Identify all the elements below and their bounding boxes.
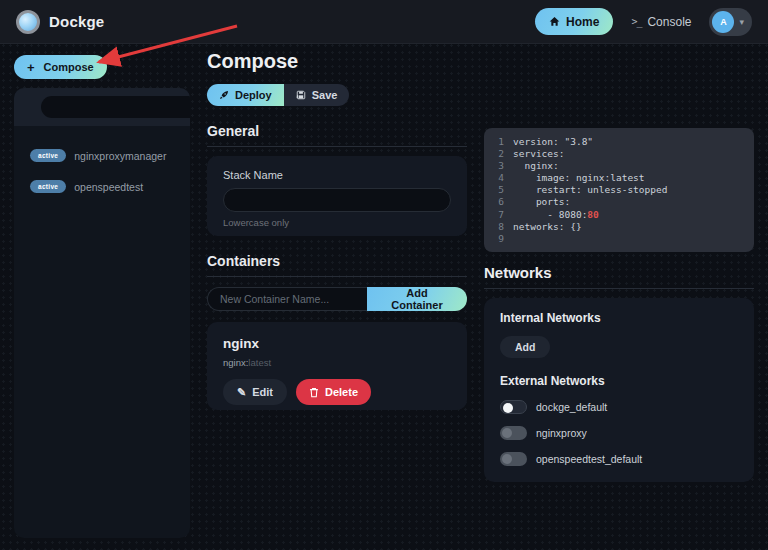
stack-name: openspeedtest [74, 181, 143, 193]
add-container-row: Add Container [207, 287, 467, 311]
save-icon [296, 90, 306, 100]
dockge-logo-icon [16, 10, 40, 34]
stack-name-label: Stack Name [223, 169, 451, 181]
app-title: Dockge [49, 13, 104, 30]
compose-right-panel: 1version: "3.8" 2services: 3 nginx: 4 im… [484, 128, 754, 482]
navbar: Dockge Home >_ Console A ▾ [0, 0, 768, 44]
search-input[interactable] [41, 96, 190, 118]
home-button[interactable]: Home [535, 8, 613, 35]
code-line: 9 [494, 233, 744, 245]
network-toggle[interactable] [500, 400, 527, 414]
console-link-label: Console [647, 15, 691, 29]
terminal-icon: >_ [631, 16, 641, 27]
compose-button[interactable]: + Compose [14, 55, 107, 79]
add-container-button[interactable]: Add Container [367, 287, 467, 311]
networks-heading: Networks [484, 264, 754, 289]
status-badge: active [30, 149, 66, 162]
code-line: 3 nginx: [494, 160, 744, 172]
external-networks-heading: External Networks [500, 374, 738, 388]
delete-button[interactable]: Delete [296, 379, 371, 405]
code-line: 2services: [494, 148, 744, 160]
stack-search-row [14, 88, 190, 126]
new-container-input[interactable] [207, 287, 367, 311]
avatar: A [712, 11, 734, 33]
internal-networks-heading: Internal Networks [500, 311, 738, 325]
container-actions: ✎ Edit Delete [223, 379, 451, 405]
stack-list: active nginxproxymanager active openspee… [14, 126, 190, 216]
container-card-nginx: nginx nginx:latest ✎ Edit Delete [207, 322, 467, 410]
network-row-openspeedtest-default: openspeedtest_default [500, 452, 738, 466]
toggle-knob [502, 428, 512, 438]
rocket-icon [219, 90, 229, 100]
container-image-tag: latest [248, 357, 271, 368]
stack-name: nginxproxymanager [74, 150, 166, 162]
network-name: openspeedtest_default [536, 453, 642, 465]
compose-toolbar: Deploy Save [207, 84, 467, 106]
code-line: 1version: "3.8" [494, 136, 744, 148]
trash-icon [309, 387, 319, 398]
containers-heading: Containers [207, 253, 467, 277]
container-image: nginx:latest [223, 357, 451, 368]
code-line: 8networks: {} [494, 221, 744, 233]
network-row-nginxproxy: nginxproxy [500, 426, 738, 440]
code-line: 7 - 8080:80 [494, 209, 744, 221]
highlighted-port: 80 [587, 209, 598, 221]
stack-item-openspeedtest[interactable]: active openspeedtest [14, 171, 190, 202]
stack-name-hint: Lowercase only [223, 217, 451, 228]
add-network-button[interactable]: Add [500, 336, 550, 358]
network-row-dockge-default: dockge_default [500, 400, 738, 414]
general-card: Stack Name Lowercase only [207, 156, 467, 236]
code-line: 4 image: nginx:latest [494, 172, 744, 184]
compose-main: Compose Deploy Save General Stack Name L… [207, 50, 467, 410]
home-icon [549, 16, 560, 27]
deploy-button-label: Deploy [235, 89, 272, 101]
stack-item-nginxproxymanager[interactable]: active nginxproxymanager [14, 140, 190, 171]
network-toggle[interactable] [500, 426, 527, 440]
container-image-name: nginx: [223, 357, 248, 368]
code-line: 6 ports: [494, 196, 744, 208]
deploy-button[interactable]: Deploy [207, 84, 284, 106]
edit-button-label: Edit [252, 386, 273, 398]
network-toggle[interactable] [500, 452, 527, 466]
compose-button-label: Compose [44, 61, 94, 73]
network-name: nginxproxy [536, 427, 587, 439]
page-title: Compose [207, 50, 467, 73]
console-link[interactable]: >_ Console [631, 15, 691, 29]
container-name: nginx [223, 336, 451, 351]
plus-icon: + [27, 60, 35, 75]
save-button-label: Save [312, 89, 338, 101]
save-button[interactable]: Save [284, 84, 350, 106]
edit-icon: ✎ [237, 386, 246, 399]
delete-button-label: Delete [325, 386, 358, 398]
networks-card: Internal Networks Add External Networks … [484, 298, 754, 482]
network-name: dockge_default [536, 401, 607, 413]
toggle-knob [502, 454, 512, 464]
navbar-actions: Home >_ Console A ▾ [535, 8, 752, 36]
toggle-knob [503, 403, 513, 413]
yaml-editor[interactable]: 1version: "3.8" 2services: 3 nginx: 4 im… [484, 128, 754, 252]
home-button-label: Home [566, 15, 599, 29]
chevron-down-icon: ▾ [739, 17, 744, 27]
stack-name-input[interactable] [223, 188, 451, 212]
sidebar: active nginxproxymanager active openspee… [14, 88, 190, 538]
status-badge: active [30, 180, 66, 193]
code-line: 5 restart: unless-stopped [494, 184, 744, 196]
edit-button[interactable]: ✎ Edit [223, 379, 287, 405]
general-heading: General [207, 123, 467, 147]
user-menu[interactable]: A ▾ [709, 8, 752, 36]
